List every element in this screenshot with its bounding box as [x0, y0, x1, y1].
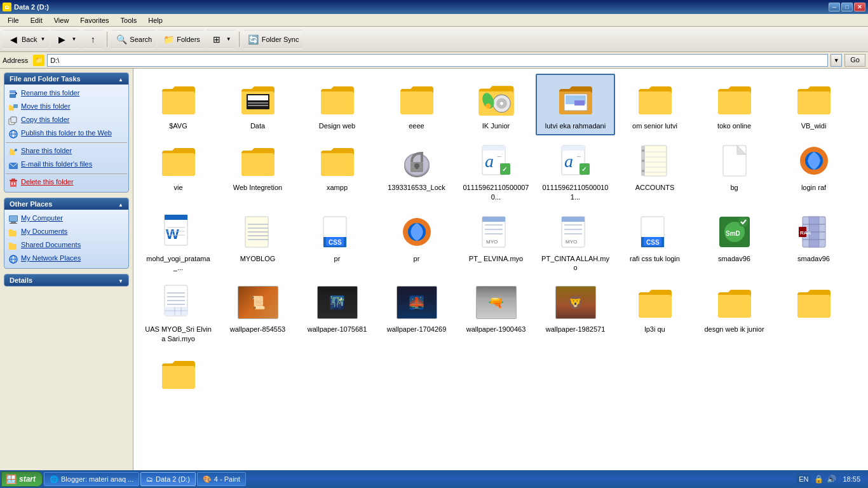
list-item[interactable]: vie — [139, 135, 218, 207]
file-name: rafi css tuk login — [630, 254, 680, 263]
mycomputer-label: My Computer — [21, 214, 63, 222]
list-item[interactable]: Data — [218, 74, 297, 135]
folder-sync-button[interactable]: 🔄 Folder Sync — [243, 30, 304, 49]
list-item[interactable]: 🔫 wallpaper-1900463 — [456, 277, 536, 348]
back-dropdown-icon[interactable]: ▼ — [40, 36, 45, 42]
mynetwork-icon — [8, 254, 18, 264]
close-button[interactable]: ✕ — [854, 3, 865, 11]
file-folder-tasks-header[interactable]: File and Folder Tasks — [4, 73, 128, 85]
menu-help[interactable]: Help — [143, 15, 168, 25]
list-item[interactable]: Design web — [297, 74, 377, 135]
menu-edit[interactable]: Edit — [25, 15, 48, 25]
css-icon-2: CSS — [635, 212, 675, 252]
back-button[interactable]: ◀ Back ▼ — [3, 30, 50, 49]
taskbar-item-icon-paint: 🎨 — [203, 475, 212, 484]
mycomputer-icon — [8, 214, 18, 224]
forward-dropdown-icon[interactable]: ▼ — [71, 36, 76, 42]
minimize-button[interactable]: ─ — [829, 3, 840, 11]
forward-button[interactable]: ▶ ▼ — [51, 30, 81, 49]
publish-icon — [8, 129, 18, 139]
sidebar-item-delete[interactable]: Delete this folder — [6, 176, 127, 189]
photo-icon-1: 📜 — [238, 282, 278, 323]
svg-text:✓: ✓ — [581, 166, 587, 173]
list-item[interactable]: a _ ✓ 011159621105000101... — [536, 135, 615, 207]
sidebar-item-copy[interactable]: Copy this folder — [6, 114, 127, 127]
list-item[interactable]: eeee — [377, 74, 456, 135]
views-button[interactable]: ⊞ ▼ — [206, 30, 236, 49]
list-item[interactable]: a _ ✓ 011159621105000070... — [456, 135, 536, 207]
forward-icon: ▶ — [55, 33, 68, 46]
main-container: File and Folder Tasks Rename this folder… — [0, 69, 868, 470]
svg-point-73 — [642, 159, 644, 162]
list-item[interactable] — [139, 348, 218, 401]
list-item[interactable]: xampp — [297, 135, 377, 207]
list-item[interactable]: CSS rafi css tuk login — [615, 207, 695, 278]
menu-tools[interactable]: Tools — [116, 15, 142, 25]
up-button[interactable]: ↑ — [82, 30, 104, 49]
sidebar-item-mydocs[interactable]: My Documents — [6, 226, 127, 239]
list-item[interactable]: lp3i qu — [615, 277, 695, 348]
list-item[interactable]: 🦁 wallpaper-1982571 — [536, 277, 615, 348]
list-item[interactable]: om senior lutvi — [615, 74, 695, 135]
other-places-header[interactable]: Other Places — [4, 198, 128, 210]
list-item[interactable]: 🌃 wallpaper-1075681 — [297, 277, 377, 348]
restore-button[interactable]: □ — [841, 3, 853, 11]
taskbar: 🪟 start 🌐 Blogger: materi anaq ... 🗂 Dat… — [0, 470, 868, 488]
address-input[interactable] — [47, 54, 828, 67]
taskbar-item-blogger[interactable]: 🌐 Blogger: materi anaq ... — [44, 472, 139, 486]
list-item[interactable]: MYOBLOG — [218, 207, 297, 278]
list-item[interactable]: $AVG — [139, 74, 218, 135]
list-item[interactable]: RAR smadav96 — [774, 207, 853, 278]
list-item[interactable]: W mohd_yogi_pratama_... — [139, 207, 218, 278]
details-header[interactable]: Details — [4, 274, 128, 286]
list-item[interactable]: MYO PT_ ELVINA.myo — [456, 207, 536, 278]
sidebar-item-publish[interactable]: Publish this folder to the Web — [6, 127, 127, 140]
folder-icon — [476, 79, 517, 119]
svg-text:_: _ — [497, 150, 501, 157]
svg-rect-26 — [9, 244, 17, 250]
search-label: Search — [130, 36, 152, 43]
address-go-button[interactable]: Go — [844, 54, 865, 67]
sidebar-item-shareddocs[interactable]: Shared Documents — [6, 239, 127, 252]
folders-button[interactable]: 📁 Folders — [158, 30, 205, 49]
sidebar-item-mynetwork[interactable]: My Network Places — [6, 252, 127, 266]
menu-file[interactable]: File — [3, 15, 24, 25]
sidebar-item-mycomputer[interactable]: My Computer — [6, 212, 127, 226]
sidebar-item-rename[interactable]: Rename this folder — [6, 87, 127, 100]
folder-icon — [238, 140, 278, 181]
sidebar-item-share[interactable]: Share this folder — [6, 145, 127, 158]
start-button[interactable]: 🪟 start — [1, 471, 43, 487]
list-item[interactable]: 🌉 wallpaper-1704269 — [377, 277, 456, 348]
list-item[interactable]: Web Integretion — [218, 135, 297, 207]
list-item[interactable]: pr — [377, 207, 456, 278]
list-item[interactable]: lutvi eka rahmadani — [536, 74, 615, 135]
list-item[interactable]: ACCOUNTS — [615, 135, 695, 207]
list-item[interactable]: login raf — [774, 135, 853, 207]
svg-rect-52 — [416, 166, 418, 169]
file-name: lutvi eka rahmadani — [545, 121, 606, 130]
list-item[interactable]: UAS MYOB_Sri Elvina Sari.myo — [139, 277, 218, 348]
list-item[interactable] — [774, 277, 853, 348]
list-item[interactable]: VB_widi — [774, 74, 853, 135]
list-item[interactable]: CSS pr — [297, 207, 377, 278]
menu-favorites[interactable]: Favorites — [75, 15, 114, 25]
taskbar-item-data2[interactable]: 🗂 Data 2 (D:) — [140, 472, 196, 486]
list-item[interactable]: SmD smadav96 — [695, 207, 774, 278]
sidebar-item-move[interactable]: Move this folder — [6, 100, 127, 114]
sidebar-item-email[interactable]: E-mail this folder's files — [6, 158, 127, 172]
list-item[interactable]: toko online — [695, 74, 774, 135]
taskbar-item-paint[interactable]: 🎨 4 - Paint — [197, 472, 246, 486]
list-item[interactable]: 1393316533_Lock — [377, 135, 456, 207]
list-item[interactable]: MYO PT_CINTA ALLAH.myo — [536, 207, 615, 278]
folders-label: Folders — [177, 36, 200, 43]
list-item[interactable]: desgn web ik junior — [695, 277, 774, 348]
views-dropdown-icon[interactable]: ▼ — [226, 36, 231, 42]
list-item[interactable]: IK Junior — [456, 74, 536, 135]
search-button[interactable]: 🔍 Search — [111, 30, 156, 49]
address-dropdown[interactable]: ▼ — [831, 54, 842, 67]
taskbar-item-label-data2: Data 2 (D:) — [156, 475, 190, 483]
mynetwork-label: My Network Places — [21, 254, 81, 262]
list-item[interactable]: 📜 wallpaper-854553 — [218, 277, 297, 348]
menu-view[interactable]: View — [49, 15, 74, 25]
list-item[interactable]: bg — [695, 135, 774, 207]
